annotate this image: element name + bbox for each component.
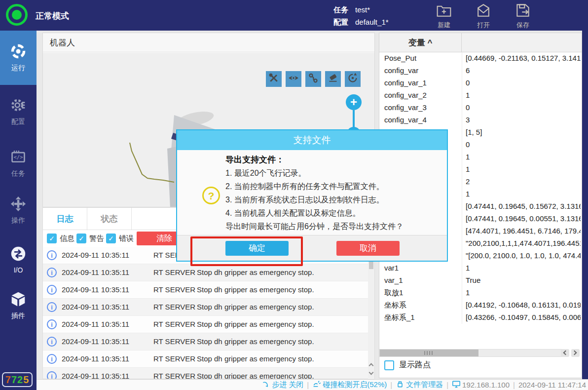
variables-hscrollbar[interactable] xyxy=(379,349,563,357)
variable-row[interactable]: config_var_3 0 xyxy=(379,102,582,114)
log-row[interactable]: i 2024-09-11 10:35:11 RT SERVER Stop dh … xyxy=(43,368,368,379)
file-manager-button[interactable]: 文件管理器 xyxy=(396,380,443,390)
path-button[interactable] xyxy=(305,71,321,87)
separator: | xyxy=(390,381,392,389)
filter-error[interactable]: ✓错误 xyxy=(106,234,134,243)
variable-value: "[200.0, 2100.0, 1.0, 1.0, 1.0, 474.4071… xyxy=(466,251,581,260)
log-row[interactable]: i 2024-09-11 10:35:11 RT SERVER Stop dh … xyxy=(43,351,368,368)
open-button[interactable]: 打开 xyxy=(472,3,495,30)
tools-button[interactable] xyxy=(266,71,282,87)
hscrollbar-handle[interactable] xyxy=(380,350,478,356)
checkbox-checked-icon[interactable]: ✓ xyxy=(106,234,116,243)
new-button[interactable]: 新建 xyxy=(432,3,456,30)
collision-detect-status[interactable]: 碰撞检测开启(52%) xyxy=(312,380,387,390)
scroll-right-button[interactable] xyxy=(571,349,580,357)
step-mode-label: 步进 关闭 xyxy=(272,380,303,390)
log-scrollbar[interactable] xyxy=(368,247,374,361)
tab-status[interactable]: 状态 xyxy=(87,208,132,230)
variable-row[interactable]: 取放1 1 xyxy=(379,287,582,299)
log-row[interactable]: i 2024-09-11 10:35:11 RT SERVER Stop dh … xyxy=(43,333,368,351)
variable-name: config_var_2 xyxy=(384,91,427,99)
scroll-up-button[interactable] xyxy=(368,361,374,369)
step-mode-status[interactable]: 步进 关闭 xyxy=(261,380,303,390)
cancel-button[interactable]: 取消 xyxy=(336,241,400,256)
page-counter-badge[interactable]: 7725 xyxy=(2,372,33,387)
log-scroll-arrows xyxy=(368,361,374,378)
variable-row[interactable]: config_var 6 xyxy=(379,65,582,77)
log-row[interactable]: i 2024-09-11 10:35:11 RT SERVER Stop dh … xyxy=(43,281,368,299)
info-icon: i xyxy=(47,354,57,364)
question-icon: ? xyxy=(202,187,220,204)
tools-icon xyxy=(268,72,280,86)
io-swap-icon xyxy=(10,246,26,264)
tab-log[interactable]: 日志 xyxy=(43,208,87,230)
checkbox-unchecked-icon[interactable] xyxy=(384,360,394,370)
confirm-button[interactable]: 确定 xyxy=(225,241,289,256)
log-row[interactable]: i 2024-09-11 10:35:11 RT SERVER Stop dh … xyxy=(43,316,368,333)
gear-icon xyxy=(10,97,26,115)
variable-row[interactable]: 坐标系_1 [0.43266, -0.10497, 0.15845, 0.006… xyxy=(379,312,582,324)
log-row[interactable]: i 2024-09-11 10:35:11 RT SERVER Stop dh … xyxy=(43,299,368,316)
sidebar-item-run[interactable]: 运行 xyxy=(0,31,37,85)
sidebar-item-task[interactable]: </> 任务 xyxy=(0,143,37,184)
variable-value: 3 xyxy=(466,116,581,124)
log-source: RT SERVER xyxy=(153,372,195,379)
filter-info-label: 信息 xyxy=(60,234,74,243)
filter-warning-label: 警告 xyxy=(89,234,104,243)
variable-row[interactable]: var_1 True xyxy=(379,274,582,287)
config-label: 配置 xyxy=(333,18,348,26)
variable-name: var1 xyxy=(384,264,399,272)
erase-button[interactable] xyxy=(325,71,341,87)
log-row[interactable]: i 2024-09-11 10:35:11 RT SERVER Stop dh … xyxy=(43,264,368,281)
variable-value: [0.44192, -0.10648, 0.16131, 0.01975, -0… xyxy=(466,301,581,309)
hscroll-arrows xyxy=(561,349,580,357)
variable-name: Pose_Put xyxy=(384,54,416,62)
checkbox-checked-icon[interactable]: ✓ xyxy=(47,234,57,243)
robot-panel-title: 机器人 xyxy=(43,33,374,52)
mode-label: 正常模式 xyxy=(36,10,69,22)
variable-row[interactable]: config_var_1 0 xyxy=(379,77,582,89)
variable-value: 0 xyxy=(466,103,581,112)
scroll-left-button[interactable] xyxy=(561,349,569,357)
show-button[interactable] xyxy=(286,71,301,87)
variable-row[interactable]: config_var_4 3 xyxy=(379,114,582,126)
variable-row[interactable]: config_var_2 1 xyxy=(379,89,582,102)
save-icon xyxy=(514,3,532,20)
collision-icon xyxy=(312,380,321,390)
variable-row[interactable]: 坐标系 [0.44192, -0.10648, 0.16131, 0.01975… xyxy=(379,299,582,312)
log-message: Stop dh gripper as emergency stop. xyxy=(197,285,314,294)
variable-value: 2 xyxy=(466,177,581,186)
sidebar-item-plugin[interactable]: 插件 xyxy=(0,285,37,326)
sidebar-item-operate[interactable]: 操作 xyxy=(0,190,37,231)
filter-warning[interactable]: ✓警告 xyxy=(76,234,104,243)
sidebar-item-label: 插件 xyxy=(11,312,25,320)
filter-info[interactable]: ✓信息 xyxy=(47,234,74,243)
dialog-title[interactable]: 支持文件 xyxy=(177,130,447,150)
variables-title[interactable]: 变量 ^ xyxy=(379,33,462,52)
file-manager-label: 文件管理器 xyxy=(406,380,443,390)
show-waypoints-toggle[interactable]: 显示路点 xyxy=(384,360,431,370)
log-timestamp: 2024-09-11 10:35:11 xyxy=(62,268,129,276)
ip-address-value: 192.168.1.100 xyxy=(462,381,510,389)
save-button[interactable]: 保存 xyxy=(511,3,535,30)
dialog-body: 导出支持文件： 1. 最近20个飞行记录。 2. 当前控制器中所有的任务文件与配… xyxy=(225,153,440,233)
info-icon: i xyxy=(47,268,57,277)
sidebar-item-config[interactable]: 配置 xyxy=(0,91,37,132)
step-icon xyxy=(261,380,270,390)
variable-value: [474.4071, 196.4451, 6.7146, 179.4323, 1… xyxy=(466,227,581,235)
add-node-button[interactable]: + xyxy=(346,94,362,110)
variable-row[interactable]: Pose_Put [0.44669, -0.21163, 0.15127, 3.… xyxy=(379,52,582,65)
network-monitor-icon xyxy=(452,380,461,390)
log-message: Stop dh gripper as emergency stop. xyxy=(197,337,314,346)
log-timestamp: 2024-09-11 10:35:11 xyxy=(62,320,129,328)
filter-error-label: 错误 xyxy=(119,234,134,243)
checkbox-checked-icon[interactable]: ✓ xyxy=(76,234,86,243)
reset-view-button[interactable] xyxy=(345,71,361,87)
variable-value: [0.47441, 0.19645, 0.00551, 3.13168, 0.0… xyxy=(466,214,581,223)
variable-value: [0.47441, 0.19645, 0.15672, 3.13168, 0.0… xyxy=(466,202,581,210)
scroll-down-button[interactable] xyxy=(368,369,374,378)
dialog-line: 1. 最近20个飞行记录。 xyxy=(225,166,440,180)
variable-row[interactable]: var1 1 xyxy=(379,262,582,274)
logo-dot xyxy=(12,10,22,20)
sidebar-item-io[interactable]: I/O xyxy=(0,239,37,280)
